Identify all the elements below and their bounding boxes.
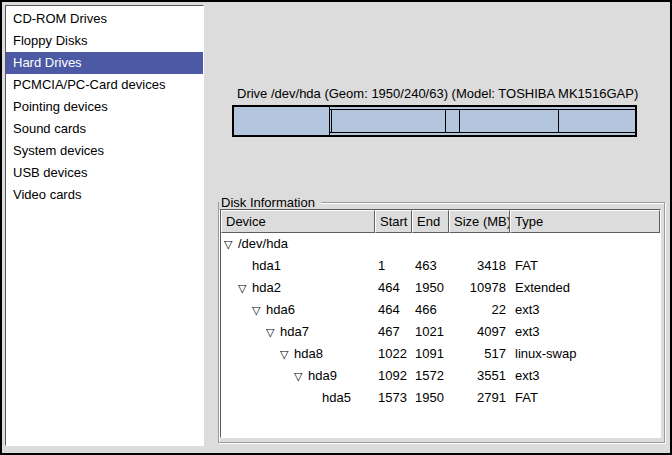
partition-table-header: DeviceStartEndSize (MB)Type <box>221 210 660 233</box>
logical-partition-boundary-3 <box>558 110 559 132</box>
sidebar-item-hard-drives[interactable]: Hard Drives <box>6 52 203 74</box>
device-cell: hda5 <box>221 387 375 409</box>
size-cell: 2791 <box>449 387 510 409</box>
expander-icon[interactable]: ▽ <box>238 277 252 299</box>
table-row-hda1[interactable]: hda114633418FAT <box>221 255 660 277</box>
table-row-hda9[interactable]: ▽hda9109215723551ext3 <box>221 365 660 387</box>
size-cell: 3551 <box>449 365 510 387</box>
end-cell: 1950 <box>412 277 449 299</box>
size-cell: 3418 <box>449 255 510 277</box>
extended-partition-box <box>329 109 635 133</box>
device-cell: ▽hda2 <box>221 277 375 299</box>
device-cell: hda1 <box>221 255 375 277</box>
sidebar-item-cd-rom-drives[interactable]: CD-ROM Drives <box>6 8 203 30</box>
end-cell: 1091 <box>412 343 449 365</box>
device-name: hda2 <box>252 277 281 299</box>
start-cell: 1092 <box>375 365 412 387</box>
start-cell <box>375 233 412 255</box>
type-cell: FAT <box>510 387 660 409</box>
sidebar-item-usb-devices[interactable]: USB devices <box>6 162 203 184</box>
device-name: hda5 <box>322 387 351 409</box>
disk-information-frame-label: Disk Information <box>219 196 321 210</box>
device-name: hda8 <box>294 343 323 365</box>
partition-table: DeviceStartEndSize (MB)Type ▽/dev/hdahda… <box>220 209 661 438</box>
table-row-hda2[interactable]: ▽hda2464195010978Extended <box>221 277 660 299</box>
type-cell <box>510 233 660 255</box>
end-cell: 1572 <box>412 365 449 387</box>
type-cell: ext3 <box>510 299 660 321</box>
column-header-size-mb[interactable]: Size (MB) <box>449 210 510 233</box>
end-cell: 1950 <box>412 387 449 409</box>
start-cell: 464 <box>375 299 412 321</box>
start-cell: 1022 <box>375 343 412 365</box>
partition-map <box>232 105 637 137</box>
start-cell: 464 <box>375 277 412 299</box>
device-cell: ▽hda8 <box>221 343 375 365</box>
column-header-device[interactable]: Device <box>221 210 375 233</box>
device-name: /dev/hda <box>238 233 288 255</box>
type-cell: Extended <box>510 277 660 299</box>
start-cell: 1 <box>375 255 412 277</box>
device-cell: ▽/dev/hda <box>221 233 375 255</box>
end-cell: 463 <box>412 255 449 277</box>
expander-icon[interactable]: ▽ <box>294 365 308 387</box>
device-name: hda7 <box>280 321 309 343</box>
type-cell: ext3 <box>510 365 660 387</box>
sidebar-item-video-cards[interactable]: Video cards <box>6 184 203 206</box>
hardware-browser-window: CD-ROM DrivesFloppy DisksHard DrivesPCMC… <box>0 0 672 455</box>
device-name: hda1 <box>252 255 281 277</box>
start-cell: 1573 <box>375 387 412 409</box>
sidebar-item-sound-cards[interactable]: Sound cards <box>6 118 203 140</box>
logical-partition-boundary-0 <box>331 110 332 132</box>
size-cell: 10978 <box>449 277 510 299</box>
expander-icon[interactable]: ▽ <box>280 343 294 365</box>
device-cell: ▽hda9 <box>221 365 375 387</box>
table-row-dev-hda[interactable]: ▽/dev/hda <box>221 233 660 255</box>
start-cell: 467 <box>375 321 412 343</box>
column-header-start[interactable]: Start <box>375 210 412 233</box>
sidebar-item-pcmcia-pc-card-devices[interactable]: PCMCIA/PC-Card devices <box>6 74 203 96</box>
table-row-hda8[interactable]: ▽hda810221091517linux-swap <box>221 343 660 365</box>
expander-icon[interactable]: ▽ <box>224 233 238 255</box>
table-row-hda6[interactable]: ▽hda646446622ext3 <box>221 299 660 321</box>
end-cell: 466 <box>412 299 449 321</box>
device-category-list: CD-ROM DrivesFloppy DisksHard DrivesPCMC… <box>5 5 204 446</box>
device-cell: ▽hda6 <box>221 299 375 321</box>
device-name: hda6 <box>266 299 295 321</box>
disk-information-frame: Disk Information DeviceStartEndSize (MB)… <box>218 202 665 443</box>
device-name: hda9 <box>308 365 337 387</box>
size-cell: 22 <box>449 299 510 321</box>
end-cell: 1021 <box>412 321 449 343</box>
type-cell: ext3 <box>510 321 660 343</box>
table-row-hda5[interactable]: hda5157319502791FAT <box>221 387 660 409</box>
expander-icon[interactable]: ▽ <box>252 299 266 321</box>
drive-title: Drive /dev/hda (Geom: 1950/240/63) (Mode… <box>237 86 638 101</box>
type-cell: linux-swap <box>510 343 660 365</box>
sidebar-item-system-devices[interactable]: System devices <box>6 140 203 162</box>
column-header-end[interactable]: End <box>412 210 449 233</box>
column-header-type[interactable]: Type <box>510 210 660 233</box>
sidebar-item-pointing-devices[interactable]: Pointing devices <box>6 96 203 118</box>
sidebar-item-floppy-disks[interactable]: Floppy Disks <box>6 30 203 52</box>
partition-table-body: ▽/dev/hdahda114633418FAT▽hda246419501097… <box>221 233 660 437</box>
logical-partition-boundary-2 <box>459 110 460 132</box>
type-cell: FAT <box>510 255 660 277</box>
size-cell: 517 <box>449 343 510 365</box>
end-cell <box>412 233 449 255</box>
device-cell: ▽hda7 <box>221 321 375 343</box>
expander-icon[interactable]: ▽ <box>266 321 280 343</box>
table-row-hda7[interactable]: ▽hda746710214097ext3 <box>221 321 660 343</box>
logical-partition-boundary-1 <box>445 110 446 132</box>
size-cell <box>449 233 510 255</box>
size-cell: 4097 <box>449 321 510 343</box>
